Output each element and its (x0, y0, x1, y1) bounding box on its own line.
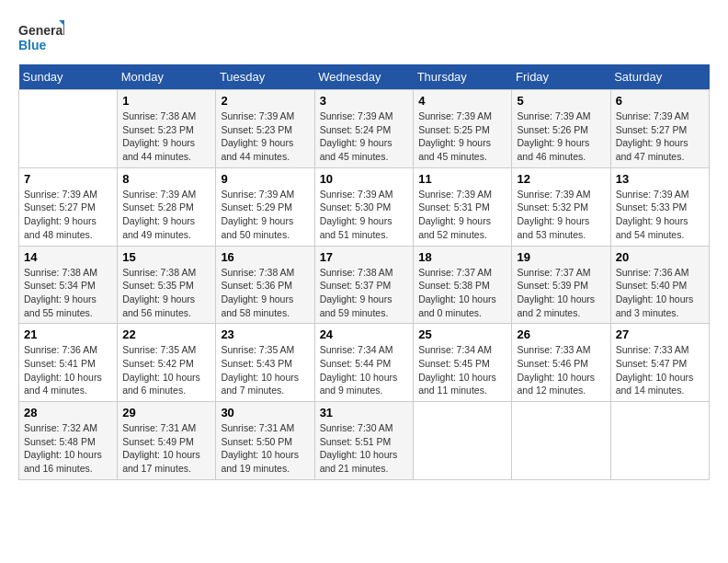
day-info: Sunrise: 7:32 AMSunset: 5:48 PMDaylight:… (24, 421, 112, 476)
day-number: 26 (517, 327, 605, 341)
day-number: 30 (221, 406, 309, 419)
calendar-cell: 7Sunrise: 7:39 AMSunset: 5:27 PMDaylight… (19, 167, 118, 246)
day-info: Sunrise: 7:35 AMSunset: 5:43 PMDaylight:… (221, 343, 309, 397)
day-info: Sunrise: 7:35 AMSunset: 5:42 PMDaylight:… (122, 343, 210, 397)
day-header-friday: Friday (512, 64, 610, 90)
week-row-2: 7Sunrise: 7:39 AMSunset: 5:27 PMDaylight… (19, 167, 710, 246)
day-number: 21 (24, 327, 112, 341)
week-row-4: 21Sunrise: 7:36 AMSunset: 5:41 PMDayligh… (19, 324, 710, 402)
day-number: 17 (320, 250, 409, 264)
day-number: 8 (122, 172, 210, 186)
day-number: 25 (418, 327, 506, 341)
day-info: Sunrise: 7:39 AMSunset: 5:27 PMDaylight:… (616, 109, 704, 164)
calendar-cell (19, 90, 118, 168)
day-info: Sunrise: 7:33 AMSunset: 5:46 PMDaylight:… (517, 343, 605, 397)
logo-svg: General Blue (18, 18, 64, 55)
day-info: Sunrise: 7:39 AMSunset: 5:31 PMDaylight:… (418, 188, 506, 242)
calendar-cell: 4Sunrise: 7:39 AMSunset: 5:25 PMDaylight… (414, 90, 512, 168)
day-number: 19 (517, 250, 605, 264)
day-number: 27 (616, 327, 704, 341)
day-info: Sunrise: 7:36 AMSunset: 5:41 PMDaylight:… (24, 343, 112, 397)
week-row-1: 1Sunrise: 7:38 AMSunset: 5:23 PMDaylight… (19, 90, 710, 168)
day-number: 24 (320, 327, 409, 341)
calendar-cell: 6Sunrise: 7:39 AMSunset: 5:27 PMDaylight… (610, 90, 709, 168)
day-number: 4 (418, 94, 506, 108)
calendar-cell: 18Sunrise: 7:37 AMSunset: 5:38 PMDayligh… (414, 246, 512, 324)
calendar-cell: 1Sunrise: 7:38 AMSunset: 5:23 PMDaylight… (118, 90, 216, 168)
day-info: Sunrise: 7:34 AMSunset: 5:45 PMDaylight:… (418, 343, 506, 397)
day-header-tuesday: Tuesday (216, 64, 314, 90)
day-info: Sunrise: 7:31 AMSunset: 5:49 PMDaylight:… (122, 421, 210, 476)
logo: General Blue (18, 18, 64, 55)
week-row-3: 14Sunrise: 7:38 AMSunset: 5:34 PMDayligh… (19, 246, 710, 324)
day-number: 6 (616, 94, 704, 108)
calendar-cell: 11Sunrise: 7:39 AMSunset: 5:31 PMDayligh… (414, 167, 512, 246)
day-header-monday: Monday (118, 64, 216, 90)
svg-text:Blue: Blue (18, 38, 47, 52)
day-info: Sunrise: 7:33 AMSunset: 5:47 PMDaylight:… (616, 343, 704, 397)
day-info: Sunrise: 7:39 AMSunset: 5:28 PMDaylight:… (122, 188, 210, 242)
calendar-cell (512, 402, 610, 480)
day-number: 15 (122, 250, 210, 264)
calendar-cell (610, 402, 709, 480)
day-info: Sunrise: 7:39 AMSunset: 5:29 PMDaylight:… (221, 188, 309, 242)
day-info: Sunrise: 7:38 AMSunset: 5:23 PMDaylight:… (122, 109, 210, 164)
day-info: Sunrise: 7:39 AMSunset: 5:23 PMDaylight:… (221, 109, 309, 164)
calendar-cell: 12Sunrise: 7:39 AMSunset: 5:32 PMDayligh… (512, 167, 610, 246)
calendar-cell: 19Sunrise: 7:37 AMSunset: 5:39 PMDayligh… (512, 246, 610, 324)
day-number: 12 (517, 172, 605, 186)
calendar-cell: 8Sunrise: 7:39 AMSunset: 5:28 PMDaylight… (118, 167, 216, 246)
day-number: 3 (320, 94, 409, 108)
calendar-cell: 30Sunrise: 7:31 AMSunset: 5:50 PMDayligh… (216, 402, 314, 480)
calendar-cell: 5Sunrise: 7:39 AMSunset: 5:26 PMDaylight… (512, 90, 610, 168)
day-number: 7 (24, 172, 112, 186)
day-number: 22 (122, 327, 210, 341)
day-number: 16 (221, 250, 309, 264)
day-info: Sunrise: 7:30 AMSunset: 5:51 PMDaylight:… (320, 421, 409, 476)
calendar-cell: 23Sunrise: 7:35 AMSunset: 5:43 PMDayligh… (216, 324, 314, 402)
day-number: 23 (221, 327, 309, 341)
day-info: Sunrise: 7:39 AMSunset: 5:33 PMDaylight:… (616, 188, 704, 242)
day-number: 5 (517, 94, 605, 108)
calendar-table: SundayMondayTuesdayWednesdayThursdayFrid… (18, 64, 710, 480)
day-number: 1 (122, 94, 210, 108)
day-header-saturday: Saturday (610, 64, 709, 90)
calendar-cell: 21Sunrise: 7:36 AMSunset: 5:41 PMDayligh… (19, 324, 118, 402)
calendar-cell: 27Sunrise: 7:33 AMSunset: 5:47 PMDayligh… (610, 324, 709, 402)
calendar-cell: 15Sunrise: 7:38 AMSunset: 5:35 PMDayligh… (118, 246, 216, 324)
page-header: General Blue (18, 18, 710, 55)
calendar-cell: 28Sunrise: 7:32 AMSunset: 5:48 PMDayligh… (19, 402, 118, 480)
day-number: 2 (221, 94, 309, 108)
calendar-cell: 10Sunrise: 7:39 AMSunset: 5:30 PMDayligh… (314, 167, 414, 246)
day-info: Sunrise: 7:39 AMSunset: 5:25 PMDaylight:… (418, 109, 506, 164)
svg-text:General: General (18, 23, 64, 38)
day-number: 13 (616, 172, 704, 186)
calendar-cell: 29Sunrise: 7:31 AMSunset: 5:49 PMDayligh… (118, 402, 216, 480)
day-number: 18 (418, 250, 506, 264)
calendar-cell: 9Sunrise: 7:39 AMSunset: 5:29 PMDaylight… (216, 167, 314, 246)
calendar-cell (414, 402, 512, 480)
day-info: Sunrise: 7:31 AMSunset: 5:50 PMDaylight:… (221, 421, 309, 476)
day-info: Sunrise: 7:34 AMSunset: 5:44 PMDaylight:… (320, 343, 409, 397)
day-info: Sunrise: 7:39 AMSunset: 5:26 PMDaylight:… (517, 109, 605, 164)
day-info: Sunrise: 7:38 AMSunset: 5:37 PMDaylight:… (320, 266, 409, 320)
calendar-cell: 14Sunrise: 7:38 AMSunset: 5:34 PMDayligh… (19, 246, 118, 324)
day-info: Sunrise: 7:39 AMSunset: 5:24 PMDaylight:… (320, 109, 409, 164)
calendar-cell: 17Sunrise: 7:38 AMSunset: 5:37 PMDayligh… (314, 246, 414, 324)
day-info: Sunrise: 7:38 AMSunset: 5:34 PMDaylight:… (24, 266, 112, 320)
day-info: Sunrise: 7:38 AMSunset: 5:36 PMDaylight:… (221, 266, 309, 320)
calendar-header-row: SundayMondayTuesdayWednesdayThursdayFrid… (19, 64, 710, 90)
calendar-cell: 13Sunrise: 7:39 AMSunset: 5:33 PMDayligh… (610, 167, 709, 246)
day-number: 28 (24, 406, 112, 419)
week-row-5: 28Sunrise: 7:32 AMSunset: 5:48 PMDayligh… (19, 402, 710, 480)
day-number: 31 (320, 406, 409, 419)
calendar-cell: 25Sunrise: 7:34 AMSunset: 5:45 PMDayligh… (414, 324, 512, 402)
day-info: Sunrise: 7:37 AMSunset: 5:39 PMDaylight:… (517, 266, 605, 320)
day-number: 20 (616, 250, 704, 264)
day-info: Sunrise: 7:39 AMSunset: 5:27 PMDaylight:… (24, 188, 112, 242)
day-header-thursday: Thursday (414, 64, 512, 90)
day-info: Sunrise: 7:38 AMSunset: 5:35 PMDaylight:… (122, 266, 210, 320)
day-info: Sunrise: 7:39 AMSunset: 5:32 PMDaylight:… (517, 188, 605, 242)
day-number: 9 (221, 172, 309, 186)
calendar-cell: 22Sunrise: 7:35 AMSunset: 5:42 PMDayligh… (118, 324, 216, 402)
